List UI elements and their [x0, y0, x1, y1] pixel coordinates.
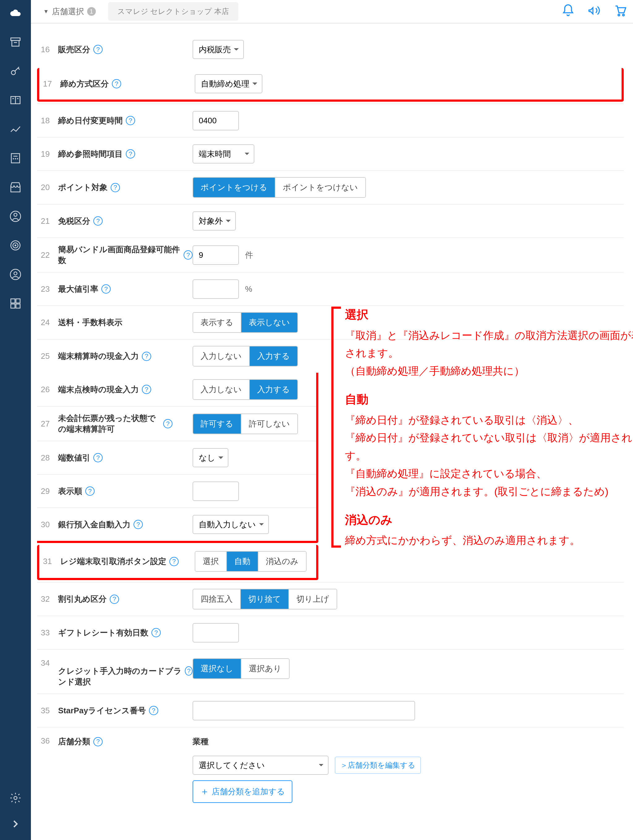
- help-icon[interactable]: ?: [93, 737, 103, 746]
- point-target-toggle: ポイントをつける ポイントをつけない: [193, 177, 366, 198]
- display-order-input[interactable]: [193, 482, 239, 501]
- svg-point-13: [11, 241, 20, 250]
- svg-point-14: [13, 243, 18, 248]
- svg-point-15: [15, 245, 16, 246]
- sidebar-icon-calculator[interactable]: [9, 152, 22, 165]
- row-16-sales-division: 16 販売区分? 内税販売: [37, 33, 624, 66]
- closing-time-input[interactable]: [193, 111, 239, 130]
- sidebar-icon-expand[interactable]: [9, 817, 22, 831]
- bank-auto-select[interactable]: 自動入力しない: [193, 515, 269, 534]
- help-icon[interactable]: ?: [134, 520, 143, 529]
- megaphone-icon[interactable]: [587, 4, 601, 19]
- help-icon[interactable]: ?: [85, 486, 95, 496]
- edit-category-link[interactable]: ＞店舗分類を編集する: [335, 756, 421, 774]
- cancel-auto-button[interactable]: 自動: [226, 552, 258, 571]
- row-30-bank-auto: 30 銀行預入金自動入力? 自動入力しない: [37, 507, 316, 541]
- svg-point-24: [622, 14, 624, 16]
- sidebar-icon-store[interactable]: [9, 180, 22, 194]
- bell-icon[interactable]: [561, 4, 575, 19]
- cart-icon[interactable]: [613, 4, 627, 19]
- row-22-bundle-count: 22 簡易バンドル画面商品登録可能件数? 件: [37, 237, 624, 272]
- tax-exempt-select[interactable]: 対象外: [193, 212, 236, 231]
- round-up-button[interactable]: 切り上げ: [288, 589, 336, 609]
- help-icon[interactable]: ?: [169, 557, 178, 566]
- sidebar-icon-key[interactable]: [9, 64, 22, 78]
- fee-hide-button[interactable]: 表示しない: [241, 313, 297, 332]
- settlement-no-button[interactable]: 入力しない: [193, 346, 249, 366]
- svg-rect-18: [11, 299, 15, 303]
- store-count-badge: 1: [87, 7, 96, 16]
- brand-none-button[interactable]: 選択なし: [193, 659, 241, 678]
- round-down-button[interactable]: 切り捨て: [240, 589, 288, 609]
- settlement-yes-button[interactable]: 入力する: [249, 346, 297, 366]
- sidebar-icon-settings[interactable]: [9, 791, 22, 805]
- fraction-discount-select[interactable]: なし: [193, 448, 229, 467]
- svg-point-3: [11, 71, 16, 74]
- point-on-button[interactable]: ポイントをつける: [193, 178, 275, 197]
- sidebar-icon-user[interactable]: [9, 210, 22, 223]
- help-icon[interactable]: ?: [93, 45, 103, 54]
- svg-point-23: [618, 14, 620, 16]
- inspection-no-button[interactable]: 入力しない: [193, 380, 249, 399]
- settings-content: 16 販売区分? 内税販売 17 締め方式区分? 自動締め処理 18 締め日付変…: [31, 24, 633, 818]
- help-icon[interactable]: ?: [185, 666, 193, 676]
- svg-point-8: [13, 158, 14, 159]
- svg-point-12: [14, 213, 17, 216]
- cancel-select-button[interactable]: 選択: [195, 552, 226, 571]
- help-icon[interactable]: ?: [142, 385, 151, 394]
- sidebar-icon-grid[interactable]: [9, 297, 22, 310]
- max-discount-input[interactable]: [193, 279, 239, 299]
- industry-select[interactable]: 選択してください: [193, 756, 328, 775]
- deny-button[interactable]: 許可しない: [241, 414, 297, 434]
- topbar: ▼ 店舗選択 1 スマレジ セレクトショップ 本店: [31, 0, 633, 24]
- cancel-keshionly-button[interactable]: 消込のみ: [258, 552, 306, 571]
- help-icon[interactable]: ?: [101, 284, 110, 294]
- help-icon[interactable]: ?: [152, 628, 161, 637]
- help-icon[interactable]: ?: [126, 149, 135, 158]
- store-select-dropdown[interactable]: ▼ 店舗選択 1: [37, 3, 102, 20]
- credit-brand-toggle: 選択なし 選択あり: [193, 658, 290, 679]
- row-23-max-discount: 23 最大値引率? %: [37, 272, 624, 305]
- settlement-cash-toggle: 入力しない 入力する: [193, 346, 298, 366]
- row-19-closing-ref: 19 締め参照時間項目? 端末時間: [37, 137, 624, 170]
- fee-display-toggle: 表示する 表示しない: [193, 312, 298, 333]
- fee-show-button[interactable]: 表示する: [193, 313, 241, 332]
- sidebar-icon-cloud[interactable]: [9, 6, 22, 20]
- row-27-unpaid-permission: 27 未会計伝票が残った状態での端末精算許可? 許可する 許可しない: [37, 406, 316, 441]
- store-select-label: 店舗選択: [52, 6, 84, 17]
- starpay-input[interactable]: [193, 701, 415, 720]
- sidebar-icon-target[interactable]: [9, 238, 22, 252]
- point-off-button[interactable]: ポイントをつけない: [275, 178, 365, 197]
- sidebar-icon-analytics[interactable]: [9, 122, 22, 136]
- closing-method-select[interactable]: 自動締め処理: [195, 74, 262, 93]
- sidebar-icon-archive[interactable]: [9, 35, 22, 49]
- help-icon[interactable]: ?: [149, 706, 158, 715]
- inspection-yes-button[interactable]: 入力する: [249, 380, 297, 399]
- help-icon[interactable]: ?: [126, 116, 135, 125]
- cancel-mode-toggle: 選択 自動 消込のみ: [195, 551, 306, 572]
- sidebar-icon-book[interactable]: [9, 93, 22, 107]
- help-icon[interactable]: ?: [183, 250, 193, 260]
- help-icon[interactable]: ?: [93, 216, 103, 226]
- help-icon[interactable]: ?: [112, 79, 121, 88]
- permit-button[interactable]: 許可する: [193, 414, 241, 434]
- bundle-count-input[interactable]: [193, 245, 239, 265]
- round-half-button[interactable]: 四捨五入: [193, 589, 240, 609]
- row-21-tax-exempt: 21 免税区分? 対象外: [37, 204, 624, 237]
- help-icon[interactable]: ?: [110, 595, 119, 604]
- closing-ref-select[interactable]: 端末時間: [193, 144, 254, 164]
- sales-division-select[interactable]: 内税販売: [193, 40, 244, 59]
- store-name-chip[interactable]: スマレジ セレクトショップ 本店: [108, 2, 238, 21]
- row-26-inspection-cash: 26 端末点検時の現金入力? 入力しない 入力する: [37, 373, 316, 406]
- help-icon[interactable]: ?: [110, 183, 120, 192]
- help-icon[interactable]: ?: [142, 352, 151, 361]
- help-icon[interactable]: ?: [93, 453, 103, 462]
- sidebar-icon-profile[interactable]: [9, 268, 22, 281]
- add-category-button[interactable]: ＋店舗分類を追加する: [193, 780, 292, 803]
- row-17-closing-method: 17 締め方式区分? 自動締め処理: [37, 68, 624, 102]
- row-29-display-order: 29 表示順?: [37, 474, 316, 507]
- gift-days-input[interactable]: [193, 623, 239, 643]
- svg-point-22: [14, 796, 17, 799]
- brand-select-button[interactable]: 選択あり: [241, 659, 289, 678]
- help-icon[interactable]: ?: [163, 419, 172, 428]
